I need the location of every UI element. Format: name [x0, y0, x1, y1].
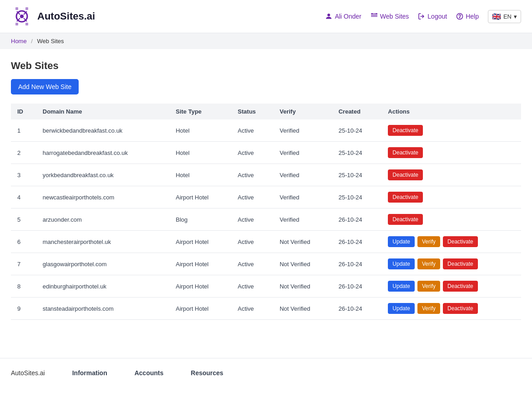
cell-verify: Verified — [273, 186, 332, 208]
col-id: ID — [11, 104, 36, 119]
update-button[interactable]: Update — [388, 281, 415, 292]
cell-id: 1 — [11, 119, 36, 142]
svg-rect-11 — [374, 13, 375, 14]
table-row: 9stansteadairporthotels.comAirport Hotel… — [11, 298, 521, 320]
main-nav: Ali Onder Web Sites Logout Help 🇬🇧 EN ▾ — [325, 10, 521, 23]
footer-info-title: Information — [72, 369, 107, 377]
table-row: 3yorkbedandbreakfast.co.ukHotelActiveVer… — [11, 164, 521, 186]
cell-site-type: Airport Hotel — [169, 253, 231, 275]
cell-site-type: Blog — [169, 208, 231, 231]
cell-domain: yorkbedandbreakfast.co.uk — [36, 164, 170, 186]
flag-icon: 🇬🇧 — [492, 12, 501, 21]
update-button[interactable]: Update — [388, 236, 415, 247]
col-status: Status — [231, 104, 273, 119]
cell-created: 26-10-24 — [332, 253, 381, 275]
cell-id: 4 — [11, 186, 36, 208]
cell-created: 25-10-24 — [332, 142, 381, 164]
cell-id: 6 — [11, 231, 36, 253]
breadcrumb: Home / Web Sites — [0, 33, 532, 49]
deactivate-button[interactable]: Deactivate — [443, 236, 478, 247]
cell-site-type: Airport Hotel — [169, 275, 231, 298]
cell-actions: UpdateVerifyDeactivate — [381, 275, 521, 298]
col-domain: Domain Name — [36, 104, 170, 119]
col-verify: Verify — [273, 104, 332, 119]
cell-id: 7 — [11, 253, 36, 275]
cell-site-type: Hotel — [169, 164, 231, 186]
nav-logout[interactable]: Logout — [418, 13, 447, 20]
logo-text: AutoSites.ai — [37, 10, 95, 22]
nav-help[interactable]: Help — [456, 13, 479, 20]
svg-point-1 — [20, 15, 24, 18]
lang-label: EN — [503, 13, 512, 20]
deactivate-button[interactable]: Deactivate — [388, 169, 423, 180]
svg-rect-12 — [375, 13, 377, 14]
cell-site-type: Airport Hotel — [169, 231, 231, 253]
chevron-down-icon: ▾ — [514, 13, 517, 20]
svg-rect-15 — [371, 16, 377, 17]
table-row: 2harrogatebedandbreakfast.co.ukHotelActi… — [11, 142, 521, 164]
cell-domain: edinburghairporthotel.uk — [36, 275, 170, 298]
actions-cell: UpdateVerifyDeactivate — [388, 258, 515, 269]
verify-button[interactable]: Verify — [417, 236, 440, 247]
actions-cell: UpdateVerifyDeactivate — [388, 236, 515, 247]
cell-domain: stansteadairporthotels.com — [36, 298, 170, 320]
svg-rect-14 — [371, 15, 377, 16]
cell-created: 25-10-24 — [332, 186, 381, 208]
col-actions: Actions — [381, 104, 521, 119]
svg-rect-2 — [15, 7, 18, 10]
cell-actions: UpdateVerifyDeactivate — [381, 298, 521, 320]
cell-actions: Deactivate — [381, 142, 521, 164]
cell-id: 8 — [11, 275, 36, 298]
deactivate-button[interactable]: Deactivate — [443, 303, 478, 314]
update-button[interactable]: Update — [388, 258, 415, 269]
cell-created: 26-10-24 — [332, 208, 381, 231]
table-row: 5arzuonder.comBlogActiveVerified26-10-24… — [11, 208, 521, 231]
deactivate-button[interactable]: Deactivate — [388, 192, 423, 203]
cell-actions: UpdateVerifyDeactivate — [381, 253, 521, 275]
nav-user-label: Ali Onder — [335, 13, 361, 20]
cell-verify: Verified — [273, 142, 332, 164]
logout-icon — [418, 13, 425, 20]
verify-button[interactable]: Verify — [417, 258, 440, 269]
deactivate-button[interactable]: Deactivate — [443, 281, 478, 292]
deactivate-button[interactable]: Deactivate — [388, 214, 423, 225]
cell-actions: Deactivate — [381, 119, 521, 142]
deactivate-button[interactable]: Deactivate — [388, 147, 423, 158]
cell-created: 25-10-24 — [332, 164, 381, 186]
nav-websites[interactable]: Web Sites — [371, 13, 409, 20]
cell-status: Active — [231, 208, 273, 231]
footer-section-resources: Resources — [191, 369, 224, 380]
footer-accounts-title: Accounts — [135, 369, 164, 377]
cell-created: 26-10-24 — [332, 231, 381, 253]
footer-brand-text: AutoSites.ai — [11, 369, 45, 377]
breadcrumb-current: Web Sites — [37, 38, 64, 45]
svg-rect-13 — [371, 15, 377, 15]
footer-brand: AutoSites.ai — [11, 369, 45, 380]
deactivate-button[interactable]: Deactivate — [443, 258, 478, 269]
col-created: Created — [332, 104, 381, 119]
deactivate-button[interactable]: Deactivate — [388, 125, 423, 136]
cell-site-type: Hotel — [169, 142, 231, 164]
nav-user[interactable]: Ali Onder — [325, 13, 361, 20]
add-new-web-site-button[interactable]: Add New Web Site — [11, 79, 79, 94]
site-header: AutoSites.ai Ali Onder Web Sites Logout … — [0, 0, 532, 33]
cell-verify: Verified — [273, 208, 332, 231]
language-selector[interactable]: 🇬🇧 EN ▾ — [488, 10, 521, 23]
cell-created: 26-10-24 — [332, 275, 381, 298]
actions-cell: Deactivate — [388, 125, 515, 136]
footer-resources-title: Resources — [191, 369, 224, 377]
breadcrumb-home[interactable]: Home — [11, 38, 27, 45]
table-body: 1berwickbedandbreakfast.co.ukHotelActive… — [11, 119, 521, 320]
table-row: 6manchesterairporthotel.ukAirport HotelA… — [11, 231, 521, 253]
footer-section-accounts: Accounts — [135, 369, 164, 380]
actions-cell: UpdateVerifyDeactivate — [388, 281, 515, 292]
cell-verify: Verified — [273, 164, 332, 186]
svg-rect-3 — [25, 7, 28, 10]
verify-button[interactable]: Verify — [417, 281, 440, 292]
update-button[interactable]: Update — [388, 303, 415, 314]
grid-icon — [371, 13, 378, 20]
footer-section-information: Information — [72, 369, 107, 380]
logo-icon — [11, 5, 33, 27]
person-icon — [325, 13, 332, 20]
verify-button[interactable]: Verify — [417, 303, 440, 314]
